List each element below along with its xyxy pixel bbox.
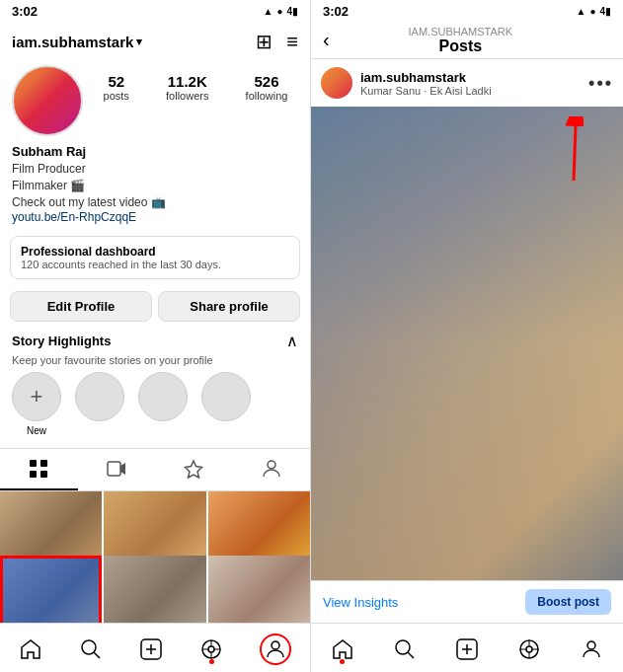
battery-icon: 4▮ <box>286 6 298 17</box>
right-time: 3:02 <box>323 4 349 19</box>
nav-reels[interactable] <box>199 637 223 661</box>
check-icon <box>184 459 203 479</box>
home-icon <box>19 637 42 661</box>
nav-home[interactable] <box>19 637 42 661</box>
menu-icon[interactable]: ≡ <box>286 31 298 53</box>
highlights-title: Story Highlights <box>12 334 111 348</box>
boost-post-button[interactable]: Boost post <box>525 589 611 615</box>
svg-line-8 <box>94 652 100 658</box>
profile-link[interactable]: youtu.be/En-RhpCzqqE <box>12 210 298 224</box>
right-nav-reels[interactable] <box>517 637 541 661</box>
svg-point-32 <box>587 641 595 649</box>
nav-add[interactable] <box>139 637 163 661</box>
highlights-desc: Keep your favourite stories on your prof… <box>12 354 298 366</box>
grid-icon <box>29 459 48 479</box>
right-status-icons: ▲ ● 4▮ <box>576 6 611 17</box>
right-bottom-nav <box>311 623 623 672</box>
right-nav-search[interactable] <box>393 637 417 661</box>
highlights-collapse-icon[interactable]: ∧ <box>286 332 298 350</box>
profile-info: 52 posts 11.2K followers 526 following S… <box>0 61 310 230</box>
svg-line-22 <box>408 652 414 658</box>
highlight-1[interactable] <box>75 372 124 436</box>
svg-rect-1 <box>40 460 47 467</box>
post-header: iam.subhamstark Kumar Sanu · Ek Aisi Lad… <box>311 59 623 107</box>
home-dot <box>340 659 345 664</box>
grid-cell-6[interactable] <box>208 556 310 623</box>
left-bottom-nav <box>0 623 310 672</box>
right-nav-page: Posts <box>409 37 513 55</box>
right-search-icon <box>393 637 417 661</box>
profile-bio3: Check out my latest video 📺 <box>12 194 298 211</box>
highlight-new-label: New <box>27 425 46 436</box>
right-reels-icon <box>517 637 541 661</box>
right-nav-profile[interactable] <box>580 637 603 661</box>
stat-posts[interactable]: 52 posts <box>104 73 129 102</box>
username-nav[interactable]: iam.subhamstark ▾ <box>12 34 142 50</box>
profile-name: Subham Raj <box>12 144 298 159</box>
tab-grid[interactable] <box>0 449 78 490</box>
reels-icon <box>199 637 223 661</box>
left-panel: 3:02 ▲ ● 4▮ iam.subhamstark ▾ ⊞ ≡ 52 pos… <box>0 0 311 672</box>
svg-point-18 <box>272 641 279 649</box>
post-user-info: iam.subhamstark Kumar Sanu · Ek Aisi Lad… <box>321 67 492 99</box>
highlight-3-circle <box>201 372 251 421</box>
svg-rect-3 <box>40 471 47 478</box>
post-user-text: iam.subhamstark Kumar Sanu · Ek Aisi Lad… <box>360 70 492 97</box>
profile-bio2: Filmmaker 🎬 <box>12 178 298 194</box>
svg-point-13 <box>208 646 214 652</box>
back-arrow-icon[interactable]: ‹ <box>323 29 330 51</box>
svg-rect-0 <box>30 460 37 467</box>
right-panel: 3:02 ▲ ● 4▮ ‹ IAM.SUBHAMSTARK Posts iam.… <box>311 0 623 672</box>
highlight-new[interactable]: + New <box>12 372 61 436</box>
avatar[interactable] <box>12 65 83 136</box>
highlights-header: Story Highlights ∧ <box>12 332 298 350</box>
grid-cell-5[interactable] <box>104 556 205 623</box>
grid-cell-4[interactable] <box>0 556 102 623</box>
right-profile-icon <box>580 637 603 661</box>
add-icon <box>139 637 163 661</box>
dashboard-desc: 120 accounts reached in the last 30 days… <box>21 259 289 270</box>
stat-following[interactable]: 526 following <box>246 73 288 102</box>
highlight-2[interactable] <box>138 372 188 436</box>
profile-icon <box>264 637 287 661</box>
tab-video[interactable] <box>78 449 156 490</box>
tab-person[interactable] <box>233 449 311 490</box>
right-battery-icon: 4▮ <box>599 6 611 17</box>
stat-followers[interactable]: 11.2K followers <box>166 73 208 102</box>
tab-tagged[interactable] <box>155 449 233 490</box>
profile-bio1: Film Producer <box>12 161 298 178</box>
view-insights-link[interactable]: View Insights <box>323 595 398 610</box>
right-nav-add[interactable] <box>455 637 479 661</box>
reels-dot <box>209 659 214 664</box>
highlights-section: Story Highlights ∧ Keep your favourite s… <box>0 328 310 448</box>
highlight-2-circle <box>138 372 188 421</box>
username-text: iam.subhamstark <box>12 34 133 50</box>
wifi-icon: ▲ <box>263 6 273 17</box>
svg-point-7 <box>82 640 96 654</box>
post-avatar[interactable] <box>321 67 352 99</box>
posts-grid <box>0 491 310 623</box>
right-add-icon <box>455 637 479 661</box>
nav-profile[interactable] <box>260 634 291 665</box>
signal-icon: ● <box>276 6 282 17</box>
share-profile-button[interactable]: Share profile <box>158 291 300 322</box>
red-arrow <box>524 116 584 186</box>
left-time: 3:02 <box>12 4 38 19</box>
svg-point-6 <box>268 461 275 469</box>
highlight-1-circle <box>75 372 124 421</box>
dashboard-title: Professional dashboard <box>21 245 289 259</box>
right-signal-icon: ● <box>589 6 595 17</box>
post-subtitle: Kumar Sanu · Ek Aisi Ladki <box>360 85 492 97</box>
highlight-3[interactable] <box>201 372 251 436</box>
tabs-row <box>0 448 310 491</box>
post-username: iam.subhamstark <box>360 70 492 85</box>
edit-profile-button[interactable]: Edit Profile <box>10 291 152 322</box>
right-home-icon <box>331 637 354 661</box>
dashboard-box[interactable]: Professional dashboard 120 accounts reac… <box>10 236 300 279</box>
right-nav-home[interactable] <box>331 637 354 661</box>
nav-icons: ⊞ ≡ <box>256 30 298 53</box>
three-dots-icon[interactable]: ••• <box>588 73 613 94</box>
nav-search[interactable] <box>79 637 103 661</box>
svg-point-21 <box>396 640 410 654</box>
add-square-icon[interactable]: ⊞ <box>256 30 273 53</box>
